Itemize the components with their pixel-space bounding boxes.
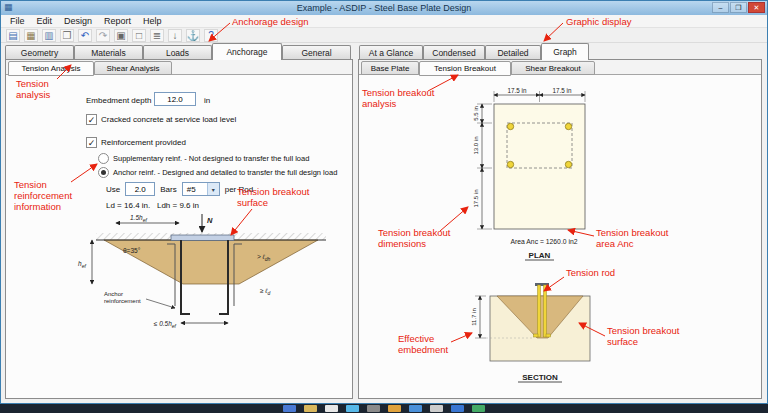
dim-1-5hef-label: 1.5hef — [130, 214, 147, 223]
development-length-info: Ld = 16.4 in. Ldh = 9.6 in — [106, 201, 199, 210]
use-label: Use — [106, 185, 120, 194]
menu-help[interactable]: Help — [137, 16, 168, 26]
annotation-tension-breakout-analysis: Tension breakout analysis — [362, 87, 434, 109]
anchor-bolt — [507, 161, 513, 167]
taskbar-app-icon[interactable] — [346, 405, 359, 412]
materials-icon[interactable]: ≣ — [150, 29, 164, 42]
tension-rod — [538, 285, 541, 337]
bar-quantity-row: Use Bars #5 ▾ per Rod — [106, 182, 253, 196]
copy-icon[interactable]: ❐ — [60, 29, 74, 42]
checkbox-checked-icon: ✓ — [86, 114, 97, 125]
bar-quantity-input[interactable] — [125, 182, 155, 196]
taskbar-app-icon[interactable] — [283, 405, 296, 412]
redo-icon[interactable]: ↷ — [96, 29, 110, 42]
embedment-unit-label: in — [204, 96, 210, 105]
checkbox-checked-icon: ✓ — [86, 137, 97, 148]
anchor-reinforcement-label: Anchorreinforcement — [104, 291, 141, 304]
dropdown-arrow-icon[interactable]: ▾ — [207, 183, 219, 195]
title-bar[interactable]: ▦ Example - ASDIP - Steel Base Plate Des… — [1, 1, 767, 15]
undo-icon[interactable]: ↶ — [78, 29, 92, 42]
dim-05hef-label: ≤ 0.5hef — [154, 320, 177, 329]
embedment-depth-input[interactable] — [154, 92, 196, 106]
supplementary-reinf-label: Supplementary reinf. - Not designed to t… — [113, 154, 309, 163]
anchor-section-diagram: N 1.5hef θ=35° hef > ℓdh ≥ ℓd Anchorrein… — [76, 210, 344, 342]
open-icon[interactable]: ▦ — [24, 29, 38, 42]
radio-selected-icon — [98, 167, 109, 178]
cracked-concrete-checkbox[interactable]: ✓ Cracked concrete at service load level — [86, 114, 236, 125]
help-icon[interactable]: ? — [204, 29, 218, 42]
tab-geometry[interactable]: Geometry — [5, 45, 74, 60]
taskbar-app-icon[interactable] — [304, 405, 317, 412]
tab-materials[interactable]: Materials — [74, 45, 143, 60]
dim-left-top-label: 5.5 in — [473, 106, 479, 121]
plan-area-label: Area Anc = 1260.0 in2 — [510, 238, 577, 245]
subtab-tension-breakout[interactable]: Tension Breakout — [419, 61, 511, 76]
tab-loads[interactable]: Loads — [143, 45, 212, 60]
base-plate — [171, 235, 234, 241]
reinforcement-provided-label: Reinforcement provided — [101, 138, 186, 147]
tab-detailed[interactable]: Detailed — [485, 45, 541, 60]
menu-design[interactable]: Design — [58, 16, 98, 26]
anchor-reinforcement-pointer — [146, 299, 175, 308]
tab-graph[interactable]: Graph — [541, 43, 589, 60]
subtab-shear-analysis[interactable]: Shear Analysis — [94, 61, 172, 75]
bars-label: Bars — [160, 185, 176, 194]
anchorage-panel: Tension Analysis Shear Analysis Embedmen… — [5, 59, 353, 399]
rod-hook — [546, 334, 551, 337]
anchor-bolt — [565, 123, 571, 129]
print-icon[interactable]: ▣ — [114, 29, 128, 42]
annotation-tension-breakout-area: Tension breakout area Anc — [596, 227, 668, 249]
taskbar-app-icon[interactable] — [388, 405, 401, 412]
toolbar: ▤ ▦ ▥ ❐ ↶ ↷ ▣ □ ≣ ↓ ⚓ ? — [1, 28, 767, 43]
taskbar-app-icon[interactable] — [409, 405, 422, 412]
tab-anchorage[interactable]: Anchorage — [212, 43, 282, 60]
bar-size-select[interactable]: #5 ▾ — [182, 182, 220, 196]
subtab-shear-breakout[interactable]: Shear Breakout — [511, 61, 595, 75]
menu-edit[interactable]: Edit — [31, 16, 59, 26]
supplementary-reinf-radio[interactable]: Supplementary reinf. - Not designed to t… — [98, 153, 309, 164]
annotation-tension-breakout-dimensions: Tension breakout dimensions — [378, 227, 450, 249]
geometry-icon[interactable]: □ — [132, 29, 146, 42]
ld-label: ≥ ℓd — [260, 287, 270, 296]
taskbar[interactable] — [0, 404, 768, 413]
anchorage-icon[interactable]: ⚓ — [186, 29, 200, 42]
taskbar-app-icon[interactable] — [430, 405, 443, 412]
minimize-button[interactable]: – — [712, 2, 729, 13]
window-controls: – ❐ ✕ — [712, 2, 765, 13]
menu-bar: File Edit Design Report Help — [1, 15, 767, 28]
taskbar-app-icon[interactable] — [325, 405, 338, 412]
menu-report[interactable]: Report — [98, 16, 137, 26]
subtab-tension-analysis[interactable]: Tension Analysis — [8, 61, 94, 76]
annotation-tension-reinforcement-information: Tension reinforcement information — [14, 179, 72, 212]
taskbar-app-icon[interactable] — [472, 405, 485, 412]
reinforcement-provided-checkbox[interactable]: ✓ Reinforcement provided — [86, 137, 186, 148]
anchor-bolt — [565, 161, 571, 167]
annotation-graphic-display: Graphic display — [566, 16, 631, 27]
annotation-tension-analysis: Tension analysis — [16, 78, 50, 100]
dim-hef-label: hef — [78, 260, 86, 269]
annotation-anchorage-design: Anchorage design — [232, 16, 309, 27]
taskbar-app-icon[interactable] — [367, 405, 380, 412]
cone-angle-label: θ=35° — [123, 247, 141, 254]
menu-file[interactable]: File — [4, 16, 31, 26]
dim-embedment-label: 11.7 in — [471, 308, 477, 326]
tab-condensed[interactable]: Condensed — [423, 45, 485, 60]
annotation-tension-breakout-surface-right: Tension breakout surface — [607, 325, 679, 347]
anchor-reinf-radio[interactable]: Anchor reinf. - Designed and detailed to… — [98, 167, 337, 178]
taskbar-app-icon[interactable] — [451, 405, 464, 412]
annotation-tension-breakout-surface-left: Tension breakout surface — [237, 186, 309, 208]
save-icon[interactable]: ▥ — [42, 29, 56, 42]
maximize-button[interactable]: ❐ — [730, 2, 747, 13]
new-file-icon[interactable]: ▤ — [6, 29, 20, 42]
anchor-reinf-label: Anchor reinf. - Designed and detailed to… — [113, 168, 337, 177]
cracked-concrete-label: Cracked concrete at service load level — [101, 115, 236, 124]
tab-at-a-glance[interactable]: At a Glance — [359, 45, 423, 60]
section-view-label: SECTION — [522, 373, 558, 382]
subtab-base-plate[interactable]: Base Plate — [361, 61, 419, 75]
radio-unselected-icon — [98, 153, 109, 164]
rod-hook — [534, 334, 539, 337]
window-title: Example - ASDIP - Steel Base Plate Desig… — [1, 3, 767, 13]
close-button[interactable]: ✕ — [748, 2, 765, 13]
loads-icon[interactable]: ↓ — [168, 29, 182, 42]
tab-general[interactable]: General — [282, 45, 351, 60]
